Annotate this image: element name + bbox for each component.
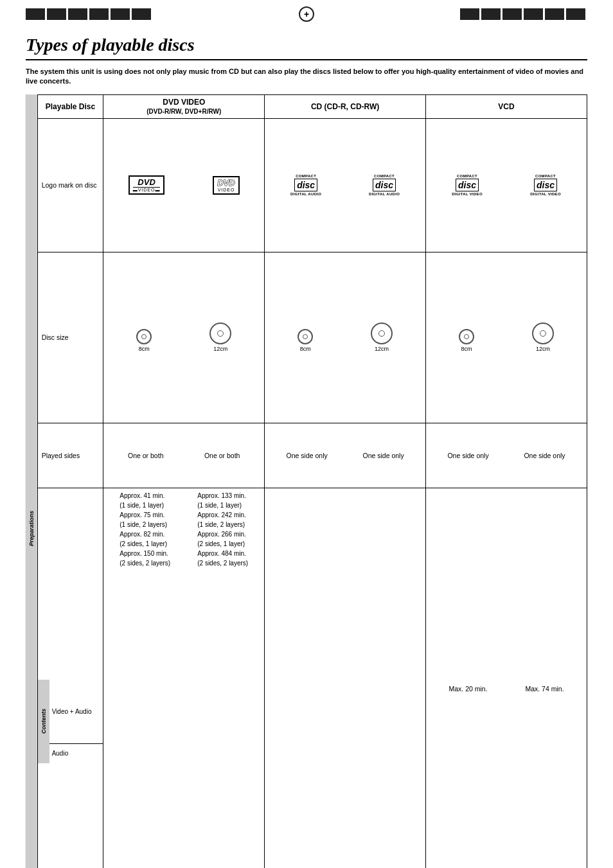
bar-seg [566, 8, 585, 20]
dvd-side-12: One or both [204, 452, 240, 459]
cell-audio-label: Audio [49, 744, 103, 763]
cell-video-audio-label: Video + Audio [49, 680, 103, 744]
cell-sides-label: Played sides [37, 423, 103, 488]
bar-seg [502, 8, 522, 20]
contents-label: Contents [38, 680, 49, 763]
dvd-disc-8cm: 8cm [136, 329, 152, 352]
vcd-logo-12cm: COMPACT disc DIGITAL VIDEO [530, 174, 561, 196]
cd-logo-12cm: COMPACT disc DIGITAL AUDIO [369, 174, 400, 196]
cell-dvd-sides: One or both One or both [103, 423, 265, 488]
bar-seg [111, 8, 130, 20]
cell-cd-logos: COMPACT disc DIGITAL AUDIO COMPACT d [265, 118, 426, 252]
cell-size-label: Disc size [37, 252, 103, 423]
dvd-contents-12cm: Approx. 133 min.(1 side, 1 layer)Approx.… [197, 491, 248, 568]
cell-vcd-logos: COMPACT disc DIGITAL VIDEO COMPACT disc [426, 118, 587, 252]
table-row-logo: Logo mark on disc DVD ▬VIDEO▬ DVD [37, 118, 587, 252]
disc-table: Playable Disc DVD VIDEO(DVD-R/RW, DVD+R/… [37, 94, 587, 868]
page-title: Types of playable discs [26, 35, 587, 60]
cd-side-8: One side only [287, 452, 328, 459]
cell-vcd-sides: One side only One side only [426, 423, 587, 488]
bar-seg [26, 8, 45, 20]
cell-cd-sides: One side only One side only [265, 423, 426, 488]
bar-seg [545, 8, 564, 20]
sidebar-preparations: Preparations [26, 94, 37, 868]
cd-side-12: One side only [362, 452, 404, 459]
crosshair-icon [299, 6, 314, 22]
cell-dvd-sizes: 8cm 12cm [103, 252, 265, 423]
dvd-side-8: One or both [128, 452, 163, 459]
bar-seg [460, 8, 479, 20]
bar-seg [47, 8, 66, 20]
table-wrapper: Preparations Playable Disc DVD VIDEO(DVD… [26, 94, 587, 868]
cell-dvd-contents-video: Approx. 41 min.(1 side, 1 layer)Approx. … [103, 488, 265, 868]
intro-text: The system this unit is using does not o… [26, 67, 587, 87]
cd-disc-8cm: 8cm [298, 329, 313, 352]
bar-seg [68, 8, 87, 20]
vcd-logo-8cm: COMPACT disc DIGITAL VIDEO [452, 174, 483, 196]
cell-logo-label: Logo mark on disc [37, 118, 103, 252]
header-dvd-video: DVD VIDEO(DVD-R/RW, DVD+R/RW) [103, 94, 265, 118]
cell-cd-contents-video [265, 488, 426, 868]
sidebar-labels: Preparations [26, 94, 37, 868]
cell-dvd-logos: DVD ▬VIDEO▬ DVD VIDEO [103, 118, 265, 252]
vcd-disc-8cm: 8cm [459, 329, 474, 352]
cell-cd-sizes: 8cm 12cm [265, 252, 426, 423]
vcd-max-20: Max. 20 min. [449, 685, 487, 693]
header-vcd: VCD [426, 94, 587, 118]
header-playable-disc: Playable Disc [37, 94, 103, 118]
cd-logo-8cm: COMPACT disc DIGITAL AUDIO [290, 174, 321, 196]
cell-vcd-contents-video: Max. 20 min. Max. 74 min. [426, 488, 587, 868]
vcd-disc-12cm: 12cm [532, 323, 554, 352]
bar-seg [481, 8, 501, 20]
cell-vcd-sizes: 8cm 12cm [426, 252, 587, 423]
table-row-sides: Played sides One or both One or both One… [37, 423, 587, 488]
page: Types of playable discs The system this … [0, 0, 613, 868]
bar-seg [132, 8, 151, 20]
dvd-video-logo-2: DVD VIDEO [213, 176, 239, 195]
cd-disc-12cm: 12cm [371, 323, 393, 352]
dvd-video-logo-1: DVD ▬VIDEO▬ [129, 175, 165, 195]
vcd-side-8: One side only [447, 452, 488, 459]
vcd-max-74: Max. 74 min. [525, 685, 564, 693]
vcd-side-12: One side only [524, 452, 565, 459]
table-row-size: Disc size 8cm 12cm [37, 252, 587, 423]
dvd-disc-12cm: 12cm [209, 323, 231, 352]
table-row-contents-video: Contents Video + Audio Audio Appr [37, 488, 587, 868]
top-decorative-bar [26, 0, 587, 22]
bar-seg [524, 8, 543, 20]
bar-seg [89, 8, 109, 20]
dvd-contents-8cm: Approx. 41 min.(1 side, 1 layer)Approx. … [120, 491, 170, 568]
header-cd: CD (CD-R, CD-RW) [265, 94, 426, 118]
cell-contents-outer: Contents Video + Audio Audio [37, 488, 103, 868]
